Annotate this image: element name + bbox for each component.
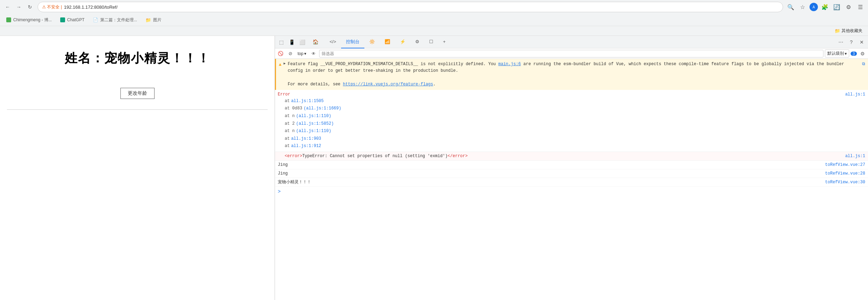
console-clear-button[interactable]: 🚫 <box>276 49 285 58</box>
stack-line-2: at 0d83 (all.js:1:1669) <box>285 105 865 113</box>
security-warning-icon: ⚠ 不安全 | <box>42 4 62 10</box>
issue-badge[interactable]: 3 <box>851 52 857 56</box>
stack-line-1: at all.js:1:1505 <box>285 98 865 105</box>
bookmark-other-collections[interactable]: 📁 其他收藏夹 <box>832 27 865 34</box>
tab-layout[interactable]: ☐ <box>424 36 438 48</box>
tab-add[interactable]: + <box>438 36 451 48</box>
console-toolbar: 🚫 ⊘ top ▾ 👁 默认级别 ▾ 3 ⚙ <box>275 48 868 59</box>
layout-icon: ☐ <box>429 39 433 44</box>
bookmark-label: 其他收藏夹 <box>842 28 862 34</box>
devtools-help-icon[interactable]: ? <box>846 37 856 47</box>
log-source-pet[interactable]: toRefView.vue:30 <box>825 179 865 185</box>
tab-images[interactable]: 📁 图片 <box>142 16 165 24</box>
devtools-panel: ⬚ 📱 ⬜ 🏠 </> 控制台 🔆 📶 <box>275 36 868 300</box>
stack-link-7[interactable]: all.js:1:912 <box>291 143 321 150</box>
stack-prefix-7: at <box>285 143 290 150</box>
log-source-jing-2[interactable]: toRefView.vue:28 <box>825 170 865 177</box>
zoom-icon[interactable]: 🔍 <box>786 2 796 12</box>
tab-label-images: 图片 <box>153 17 161 23</box>
stack-link-5[interactable]: (all.js:1:110) <box>296 128 331 135</box>
title-bar: ← → ↻ ⚠ 不安全 | 192.168.1.172:8080/toRef/ … <box>0 0 868 14</box>
browser-toolbar-icons: 🔍 ☆ A 🧩 🔄 ⚙ ☰ <box>786 2 865 12</box>
tab-chimengmeng[interactable]: Chimengmeng - 博... <box>3 16 55 24</box>
tab-console[interactable]: 控制台 <box>341 36 364 48</box>
warning-copy-icon[interactable]: ⧉ <box>862 61 865 67</box>
profile-avatar[interactable]: A <box>810 3 818 11</box>
main-content: 姓名：宠物小精灵！！！ 更改年龄 ⬚ 📱 ⬜ 🏠 </> 控制台 🔆 <box>0 36 868 300</box>
change-age-button[interactable]: 更改年龄 <box>120 88 155 99</box>
stack-line-6: at all.js:1:903 <box>285 135 865 143</box>
tab-file-processing[interactable]: 📄 第二篇：文件处理... <box>89 16 141 24</box>
warning-main-js-link[interactable]: main.js:6 <box>498 62 521 67</box>
stack-link-4[interactable]: (all.js:1:5852) <box>296 120 334 128</box>
tab-elements[interactable]: 🏠 <box>308 36 325 48</box>
stack-link-1[interactable]: all.js:1:1505 <box>291 98 324 105</box>
stack-prefix-5: at n <box>285 128 295 135</box>
tab-label-file: 第二篇：文件处理... <box>100 17 137 23</box>
context-dropdown-icon: ▾ <box>304 51 306 56</box>
context-selector[interactable]: top ▾ <box>296 50 308 57</box>
forward-button[interactable]: → <box>14 2 24 12</box>
back-button[interactable]: ← <box>3 2 13 12</box>
stack-prefix-1: at <box>285 98 290 105</box>
tab-network[interactable]: 📶 <box>380 36 395 48</box>
devtools-device-icon[interactable]: 📱 <box>287 37 297 47</box>
url-text: 192.168.1.172:8080/toRef/ <box>64 5 118 10</box>
star-icon[interactable]: ☆ <box>798 2 807 12</box>
devtools-toolbar: ⬚ 📱 ⬜ 🏠 </> 控制台 🔆 📶 <box>275 36 868 48</box>
eye-button[interactable]: 👁 <box>309 49 318 58</box>
devtools-sidebar-icon[interactable]: ⬜ <box>297 37 307 47</box>
warning-vue-flags-link[interactable]: https://link.vuejs.org/feature-flags <box>343 82 433 87</box>
error-label: Error <box>278 91 290 98</box>
error-tag-open: <error> <box>285 154 302 159</box>
nav-buttons: ← → ↻ <box>3 2 35 12</box>
log-source-jing-1[interactable]: toRefView.vue:27 <box>825 162 865 168</box>
error-msg-source-link[interactable]: all.js:1 <box>845 153 865 159</box>
bookmark-folder-icon: 📁 <box>835 28 840 33</box>
warning-triangle-icon: ▲ <box>279 61 282 68</box>
console-settings-gear[interactable]: ⚙ <box>858 49 867 58</box>
sources-label: </> <box>330 39 336 44</box>
error-tag-close: </error> <box>448 154 468 159</box>
context-label: top <box>298 51 303 56</box>
sync-icon[interactable]: 🔄 <box>832 2 842 12</box>
tab-sources[interactable]: </> <box>325 36 341 48</box>
menu-icon[interactable]: ☰ <box>855 2 865 12</box>
tab-favicon-chimengmeng <box>6 17 11 22</box>
address-bar[interactable]: ⚠ 不安全 | 192.168.1.172:8080/toRef/ <box>38 2 783 12</box>
settings-icon[interactable]: ⚙ <box>844 2 853 12</box>
error-type-error-text: <error>TypeError: Cannot set properties … <box>285 153 468 159</box>
stack-link-3[interactable]: (all.js:1:110) <box>296 113 331 120</box>
devtools-inspect-icon[interactable]: ⬚ <box>276 37 286 47</box>
tab-chatgpt[interactable]: ChatGPT <box>57 16 88 24</box>
extension-icon[interactable]: 🧩 <box>820 2 830 12</box>
stack-line-5: at n (all.js:1:110) <box>285 128 865 135</box>
refresh-button[interactable]: ↻ <box>25 2 35 12</box>
devtools-close-icon[interactable]: ✕ <box>857 37 867 47</box>
log-line-jing-2: Jing toRefView.vue:28 <box>275 169 868 178</box>
console-output: ▲ ▶ Feature flag __VUE_PROD_HYDRATION_MI… <box>275 59 868 300</box>
performance-icon: 🔆 <box>369 39 375 44</box>
issue-count: 3 <box>851 52 857 56</box>
stack-prefix-2: at 0d83 <box>285 105 302 113</box>
tab-settings-devtools[interactable]: ⚙ <box>410 36 424 48</box>
stack-link-6[interactable]: all.js:1:903 <box>291 135 321 143</box>
filter-input[interactable] <box>319 50 823 57</box>
page-left: 姓名：宠物小精灵！！！ 更改年龄 <box>0 36 275 300</box>
console-tab-label: 控制台 <box>346 39 360 45</box>
tab-memory[interactable]: ⚡ <box>395 36 410 48</box>
console-filter-button[interactable]: ⊘ <box>286 49 294 58</box>
bookmarks-bar: 📁 其他收藏夹 <box>0 26 868 36</box>
log-level-select[interactable]: 默认级别 ▾ <box>825 49 849 57</box>
tab-performance[interactable]: 🔆 <box>364 36 380 48</box>
log-level-label: 默认级别 <box>827 51 844 56</box>
devtools-more-icon[interactable]: ⋯ <box>836 37 846 47</box>
network-icon: 📶 <box>385 39 390 44</box>
warning-expand-icon[interactable]: ▶ <box>284 61 286 66</box>
error-source-link[interactable]: all.js:1 <box>845 91 865 98</box>
error-header: Error all.js:1 <box>278 91 865 98</box>
stack-link-2[interactable]: (all.js:1:1669) <box>303 105 341 113</box>
console-prompt[interactable]: > <box>275 187 868 197</box>
log-text-jing-1: Jing <box>278 162 288 168</box>
stack-prefix-4: at 2 <box>285 120 295 128</box>
